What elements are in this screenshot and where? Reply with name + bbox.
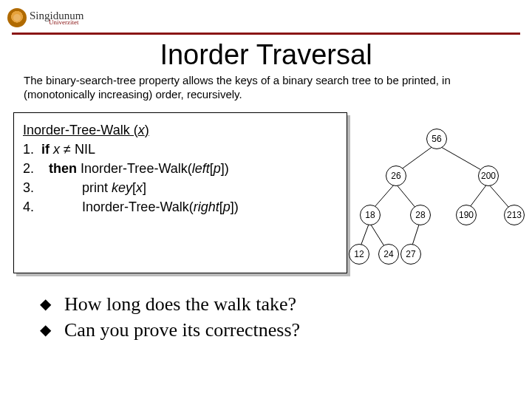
tree-node-56: 56 bbox=[426, 129, 447, 149]
algo-line-3: 3. print key[x] bbox=[23, 178, 338, 197]
tree-node-27: 27 bbox=[400, 244, 421, 265]
algo-header: Inorder-Tree-Walk (x) bbox=[23, 120, 338, 140]
tree-node-213: 213 bbox=[504, 205, 525, 225]
logo-tagline: Univerzitet bbox=[49, 19, 83, 26]
tree-node-24: 24 bbox=[378, 244, 399, 265]
horizontal-rule-wrap bbox=[0, 33, 532, 35]
logo-text: Singidunum Univerzitet bbox=[30, 10, 83, 26]
tree-node-18: 18 bbox=[360, 205, 381, 225]
logo-emblem-icon bbox=[7, 8, 27, 27]
question-text: How long does the walk take? bbox=[64, 291, 296, 317]
questions-list: ◆ How long does the walk take? ◆ Can you… bbox=[40, 291, 532, 343]
bst-diagram: 56 26 200 18 28 190 213 12 24 27 bbox=[355, 127, 532, 297]
tree-node-26: 26 bbox=[386, 166, 406, 186]
bullet-icon: ◆ bbox=[40, 294, 51, 314]
bullet-icon: ◆ bbox=[40, 320, 51, 340]
slide-title: Inorder Traversal bbox=[0, 39, 532, 71]
algo-line-2: 2. then Inorder-Tree-Walk(left[p]) bbox=[23, 159, 338, 178]
tree-node-12: 12 bbox=[349, 244, 369, 265]
content-area: Inorder-Tree-Walk (x) 1. if x ≠ NIL 2. t… bbox=[0, 108, 532, 273]
algo-line-4: 4. Inorder-Tree-Walk(right[p]) bbox=[23, 197, 338, 216]
slide-header: Singidunum Univerzitet bbox=[0, 0, 532, 31]
tree-node-200: 200 bbox=[478, 166, 499, 186]
question-text: Can you prove its correctness? bbox=[64, 317, 300, 343]
horizontal-rule bbox=[12, 33, 520, 35]
tree-node-190: 190 bbox=[456, 205, 477, 225]
algorithm-box: Inorder-Tree-Walk (x) 1. if x ≠ NIL 2. t… bbox=[13, 112, 347, 273]
question-2: ◆ Can you prove its correctness? bbox=[40, 317, 532, 343]
algo-line-1: 1. if x ≠ NIL bbox=[23, 140, 338, 159]
tree-node-28: 28 bbox=[410, 205, 431, 225]
intro-text: The binary-search-tree property allows t… bbox=[0, 74, 532, 108]
logo: Singidunum Univerzitet bbox=[7, 8, 83, 27]
